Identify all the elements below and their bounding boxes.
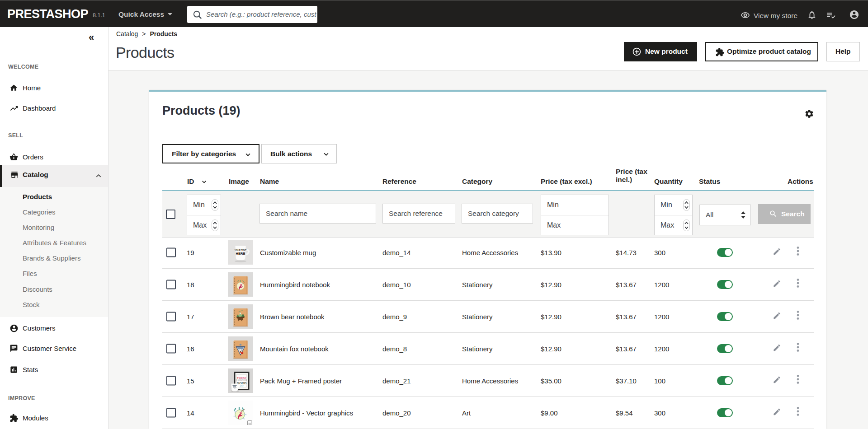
svg-text:TODAY: TODAY	[237, 376, 247, 379]
svg-text:HERE: HERE	[236, 252, 245, 256]
svg-text:IS GOING TO BE A: IS GOING TO BE A	[236, 379, 247, 381]
svg-text:GOOD: GOOD	[237, 382, 246, 385]
